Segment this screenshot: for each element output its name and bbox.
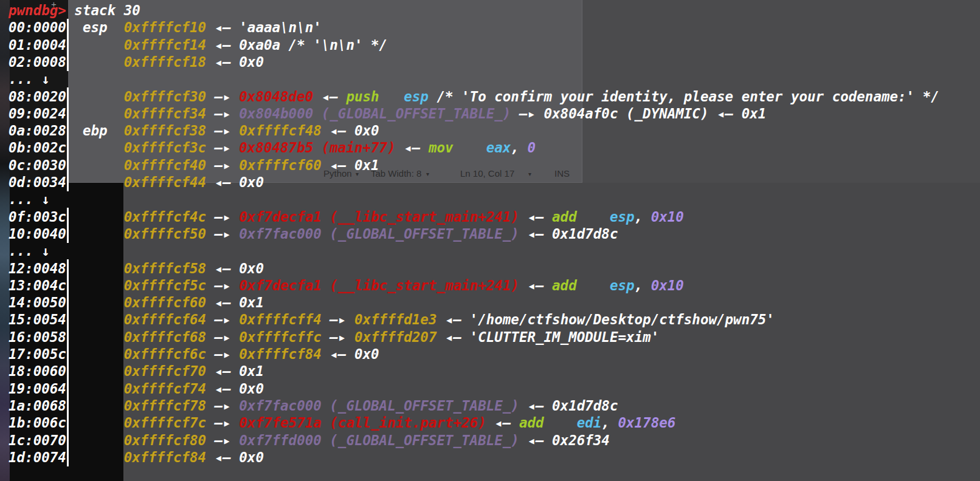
stack-value-text: ◂— 0x1 [206, 363, 264, 379]
stack-offset: 0c:0030 [9, 157, 66, 173]
stack-value-text [66, 261, 75, 276]
stack-value-text: ◂— 0x0 [206, 174, 264, 190]
stack-row: 17:005c 0xffffcf6c —▸ 0xffffcf84 ◂— 0x0 [9, 346, 379, 363]
stack-address: 0xffffcf3c [124, 140, 206, 155]
chevron-down-icon[interactable]: ▾ [528, 171, 531, 177]
stack-value-text [379, 89, 404, 104]
stack-value-text: —▸ [206, 226, 239, 242]
got-address: 0x804b000 (_GLOBAL_OFFSET_TABLE_) [239, 106, 511, 121]
stack-value-text: ◂— 0x0 [206, 449, 264, 465]
stack-value-text [66, 157, 75, 173]
stack-offset: 1c:0070 [9, 432, 66, 448]
stack-address: 0xffffcf34 [124, 106, 206, 121]
asm-mnemonic: add [519, 415, 544, 431]
stack-value-text [74, 174, 123, 190]
asm-immediate: 0x178e6 [618, 415, 675, 431]
stack-value-text: —▸ [206, 123, 239, 138]
stack-value-text: stack 30 [66, 2, 140, 18]
stack-value-text: —▸ [206, 312, 239, 327]
stack-value-text [66, 432, 75, 448]
stack-address: 0xffffcf18 [124, 54, 206, 70]
stack-offset: 01:0004 [9, 37, 66, 53]
stack-value-text [577, 278, 610, 293]
stack-value-text [74, 226, 123, 242]
stack-value-text: ◂— [486, 415, 519, 431]
asm-register-operand: esp [610, 278, 635, 293]
stack-value-text: —▸ [322, 329, 354, 345]
stack-value-text: —▸ 0x804af0c (_DYNAMIC) ◂— 0x1 [511, 106, 766, 121]
stack-value-text: ◂— '/home/ctfshow/Desktop/ctfshow/pwn75' [437, 312, 774, 327]
stack-value-text: ◂— 0x26f34 [519, 432, 610, 448]
code-address: 0xf7decfa1 (__libc_start_main+241) [239, 278, 519, 293]
stack-value-text [544, 415, 577, 431]
asm-immediate: 0 [527, 140, 536, 155]
stack-value-text: , [601, 415, 618, 431]
stack-value-text: ◂— [519, 278, 552, 293]
stack-value-text [454, 140, 486, 155]
stack-value-text [66, 295, 75, 310]
asm-mnemonic: add [552, 278, 577, 293]
stack-address: 0xffffcf60 [239, 157, 321, 173]
stack-value-text: ◂— [396, 140, 429, 155]
stack-value-text [74, 381, 123, 397]
stack-address: 0xffffcf80 [124, 432, 206, 448]
stack-row: 00:0000 esp 0xffffcf10 ◂— 'aaaa\n\n' [9, 19, 322, 36]
stack-value-text: ◂— 0x0 [322, 346, 379, 362]
stack-value-text [74, 346, 123, 362]
asm-register-operand: esp [610, 209, 635, 225]
stack-offset: 19:0064 [9, 381, 66, 397]
stack-value-text [66, 106, 75, 121]
stack-value-text [66, 278, 75, 293]
stack-offset: 1b:006c [9, 415, 66, 431]
stack-address: 0xffffcf74 [124, 381, 206, 397]
stack-value-text [66, 19, 75, 35]
stack-address: 0xffffcf84 [239, 346, 321, 362]
stack-value-text: —▸ [322, 312, 354, 327]
stack-value-text: /* 'To confirm your identity, please ent… [429, 89, 939, 104]
stack-value-text: , [511, 140, 527, 155]
asm-mnemonic: add [552, 209, 577, 225]
stack-value-text [66, 226, 75, 242]
asm-register-operand: eax [486, 140, 511, 155]
stack-value-text [74, 432, 123, 448]
stack-row: 02:0008 0xffffcf18 ◂— 0x0 [9, 53, 264, 70]
chevron-down-icon[interactable]: ▾ [426, 171, 429, 177]
stack-row: 18:0060 0xffffcf70 ◂— 0x1 [9, 363, 264, 380]
register-label: ebp [74, 123, 123, 138]
stack-address: 0xffffcf60 [124, 295, 206, 310]
code-address: 0xf7fe571a (call_init.part+26) [239, 415, 486, 431]
stack-value-text: ... ↓ [9, 191, 50, 207]
stack-row: 0d:0034 0xffffcf44 ◂— 0x0 [9, 174, 264, 191]
stack-address: 0xffffcf5c [124, 278, 206, 293]
stack-value-text: —▸ [206, 209, 239, 225]
stack-row: 0f:003c 0xffffcf4c —▸ 0xf7decfa1 (__libc… [9, 208, 684, 225]
stack-offset: 18:0060 [9, 363, 66, 379]
stack-value-text [66, 329, 75, 345]
insert-mode-indicator: INS [554, 168, 570, 179]
code-address: 0xf7decfa1 (__libc_start_main+241) [239, 209, 519, 225]
stack-offset: 13:004c [9, 278, 66, 293]
stack-value-text [74, 106, 123, 121]
stack-value-text [74, 398, 123, 414]
stack-value-text [74, 157, 123, 173]
stack-address: 0xffffcf4c [124, 209, 206, 225]
stack-offset: 0f:003c [9, 209, 66, 225]
stack-address: 0xffffcf64 [124, 312, 206, 327]
got-address: 0xf7ffd000 (_GLOBAL_OFFSET_TABLE_) [239, 432, 519, 448]
stack-value-text [66, 123, 75, 138]
stack-row: 1d:0074 0xffffcf84 ◂— 0x0 [9, 449, 264, 466]
stack-row: 12:0048 0xffffcf58 ◂— 0x0 [9, 260, 264, 277]
screen: Python ▾ Tab Width: 8 ▾ Ln 10, Col 17 ▾ … [0, 0, 980, 481]
stack-value-text [74, 278, 123, 293]
asm-immediate: 0x10 [651, 278, 684, 293]
stack-offset: 1a:0068 [9, 398, 66, 414]
stack-address: 0xffffcf10 [124, 19, 206, 35]
stack-row: 1c:0070 0xffffcf80 —▸ 0xf7ffd000 (_GLOBA… [9, 432, 610, 449]
stack-address: 0xffffd207 [354, 329, 437, 345]
stack-value-text [74, 295, 123, 310]
stack-value-text: —▸ [206, 106, 239, 121]
stack-row: 1a:0068 0xffffcf78 —▸ 0xf7fac000 (_GLOBA… [9, 397, 618, 414]
stack-value-text: ◂— [519, 209, 552, 225]
stack-row: 1b:006c 0xffffcf7c —▸ 0xf7fe571a (call_i… [9, 414, 675, 431]
stack-address: 0xffffcf6c [124, 346, 206, 362]
